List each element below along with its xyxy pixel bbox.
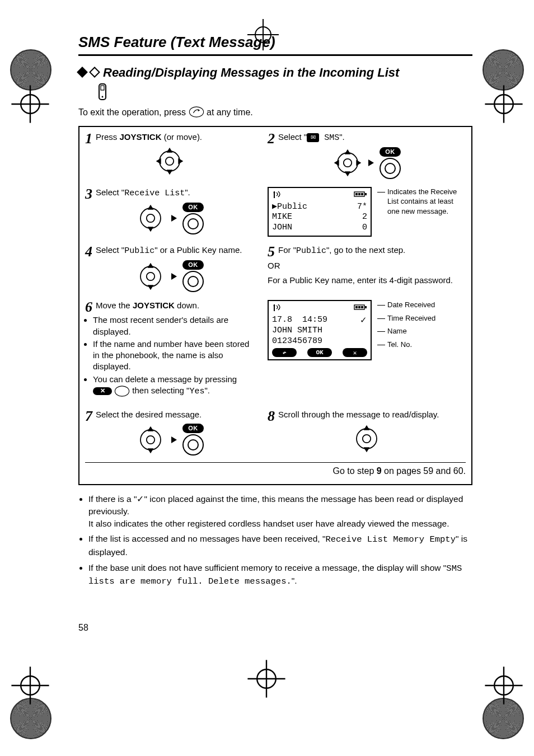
ok-ring-icon (182, 434, 204, 456)
svg-point-0 (21, 95, 40, 114)
lcd-name: JOHN SMITH (272, 326, 322, 336)
notes-list: If there is a "✓" icon placed against th… (78, 493, 472, 588)
svg-point-62 (357, 429, 377, 449)
ok-button-icon: OK (182, 424, 204, 456)
svg-marker-33 (334, 160, 339, 166)
envelope-icon: ✉ (307, 133, 319, 142)
svg-point-40 (274, 191, 275, 193)
joystick-all-directions-icon (332, 148, 363, 178)
svg-marker-31 (345, 149, 351, 154)
svg-rect-44 (358, 193, 360, 195)
step-7: 7 Select the desired message. OK (85, 409, 254, 456)
receive-list-callout: Indicates the Receive List contains at l… (387, 187, 466, 217)
step-number: 8 (268, 409, 275, 424)
ok-ring-icon (182, 271, 204, 292)
step1-text-b: (or move). (162, 132, 203, 142)
step-3: 3 Select "Receive List". OK (85, 187, 254, 237)
note1-a: If there is a " (88, 494, 137, 504)
then-arrow-icon (171, 215, 177, 222)
svg-marker-65 (364, 448, 370, 453)
note3-a: If the base unit does not have sufficien… (88, 563, 446, 572)
step-1: 1 Press JOYSTICK (or move). (85, 132, 254, 179)
svg-marker-60 (148, 426, 154, 431)
svg-point-9 (494, 676, 513, 695)
title-rule (78, 54, 472, 56)
svg-marker-28 (178, 158, 183, 164)
diamond-outline-icon (89, 67, 100, 78)
step-5: 5 For "Public", go to the next step. OR … (268, 245, 466, 292)
joystick-up-down-icon (135, 425, 166, 455)
crop-ball-bottom-left (10, 698, 51, 739)
svg-point-12 (257, 669, 276, 688)
steps-footer: Go to step 9 on pages 59 and 60. (85, 462, 466, 476)
joystick-up-down-icon (135, 203, 166, 233)
step2-text-a: Select " (278, 132, 307, 142)
page-number: 58 (78, 623, 88, 633)
crop-ball-top-right (483, 49, 524, 91)
signal-icon (272, 303, 284, 314)
note-1: If there is a "✓" icon placed against th… (88, 493, 472, 529)
svg-rect-45 (361, 193, 363, 195)
step-number: 1 (85, 132, 92, 146)
step6-text-a: Move the (96, 300, 133, 310)
svg-point-6 (21, 676, 40, 695)
step6-bullet-3a: You can delete a message by pressing (93, 374, 237, 384)
footer-step-number: 9 (377, 466, 382, 476)
svg-point-20 (102, 96, 104, 97)
svg-marker-64 (364, 425, 370, 430)
footer-c: on pages 59 and 60. (382, 466, 466, 476)
then-arrow-icon (368, 159, 374, 166)
svg-point-58 (140, 430, 161, 450)
registration-mark-icon (246, 659, 287, 699)
x-softkey-icon: ✕ (93, 387, 112, 395)
ok-button-icon: OK (182, 203, 204, 234)
step5-text-a: For " (278, 245, 296, 255)
svg-marker-48 (148, 262, 154, 267)
lcd-display-message-detail: 17.8 14:59 ✓ JOHN SMITH 0123456789 ↶ OK … (268, 300, 372, 360)
step6-bullet-3c: ". (204, 386, 210, 395)
svg-point-46 (140, 266, 161, 287)
svg-rect-56 (358, 306, 360, 308)
softkey-back-icon: ↶ (272, 348, 297, 357)
step-3-display: ▶Public7* MIKE2 JOHN0 Indicates the Rece… (268, 187, 466, 237)
svg-rect-57 (361, 306, 363, 308)
svg-marker-49 (148, 285, 154, 290)
note-2: If the list is accessed and no messages … (88, 533, 472, 558)
step5-or: OR (268, 260, 466, 271)
step5-text-c: For a Public Key name, enter its 4-digit… (268, 275, 466, 286)
lcd-row1-right: 7* (357, 202, 367, 213)
step2-sms-label: SMS (319, 133, 339, 143)
step2-text-b: ". (339, 132, 345, 142)
check-icon: ✓ (137, 494, 144, 504)
svg-rect-54 (365, 306, 367, 308)
steps-box: 1 Press JOYSTICK (or move). 2 (78, 126, 472, 486)
step6-bullet-1: The most recent sender's details are dis… (93, 314, 254, 337)
step6-yes-label: Yes (189, 387, 204, 396)
subsection-title: Reading/Displaying Messages in the Incom… (103, 65, 399, 81)
step1-joystick-word: JOYSTICK (120, 132, 162, 142)
svg-point-52 (274, 305, 275, 307)
ok-button-icon: OK (380, 147, 401, 179)
note3-c: ". (292, 576, 297, 585)
signal-icon (272, 190, 284, 201)
callout-date: Date Received (387, 300, 435, 309)
step4-text-a: Select " (96, 245, 124, 255)
callout-time: Time Received (387, 314, 435, 322)
note-3: If the base unit does not have sufficien… (88, 562, 472, 588)
svg-rect-55 (355, 306, 358, 308)
note1-c: It also indicates the other registered c… (88, 519, 449, 528)
step-number: 6 (85, 300, 92, 314)
step-8: 8 Scroll through the message to read/dis… (268, 409, 466, 456)
lcd-row1-left: ▶Public (272, 202, 307, 213)
crop-ball-bottom-right (483, 698, 524, 739)
svg-point-21 (189, 106, 203, 116)
svg-point-35 (140, 208, 161, 228)
svg-marker-26 (167, 170, 173, 175)
note2-a: If the list is accessed and no messages … (88, 534, 325, 543)
step3-text-b: ". (185, 187, 190, 197)
svg-point-29 (338, 153, 358, 173)
step-number: 4 (85, 245, 92, 259)
step3-text-a: Select " (96, 187, 124, 197)
svg-rect-19 (101, 86, 104, 90)
diamond-solid-icon (77, 67, 88, 78)
